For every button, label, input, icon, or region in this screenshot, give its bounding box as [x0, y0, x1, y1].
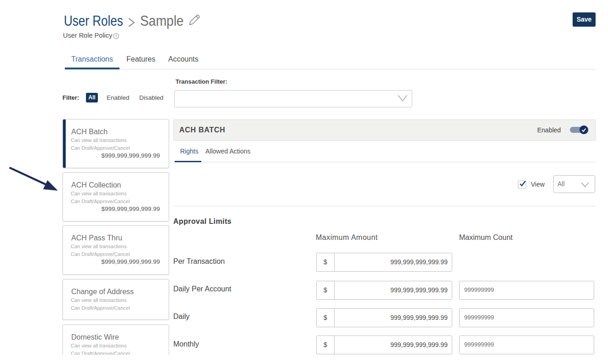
svg-text:?: ?	[115, 34, 117, 38]
